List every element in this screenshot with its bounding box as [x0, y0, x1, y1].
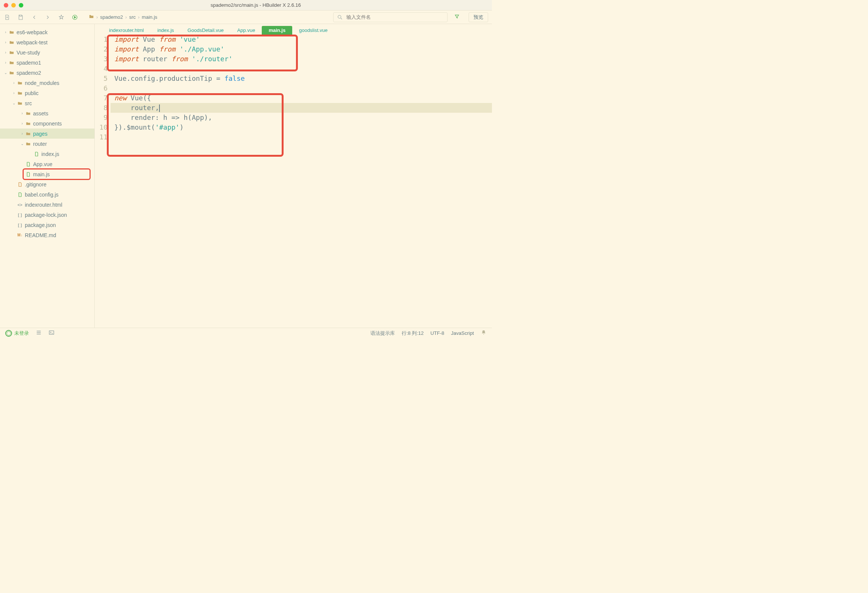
tree-folder[interactable]: ›Vue-study: [0, 47, 94, 57]
expand-arrow-icon[interactable]: ›: [3, 50, 8, 54]
breadcrumb-seg[interactable]: spademo2: [100, 14, 123, 20]
editor-tab[interactable]: index.js: [151, 26, 181, 35]
save-icon[interactable]: [17, 14, 24, 21]
expand-arrow-icon[interactable]: ›: [11, 81, 17, 85]
code-line[interactable]: [111, 83, 492, 93]
maximize-dot[interactable]: [19, 3, 23, 8]
tree-file[interactable]: [ ]package.json: [0, 220, 94, 230]
tree-folder[interactable]: ›es6-webpack: [0, 27, 94, 37]
tree-file[interactable]: [ ]package-lock.json: [0, 210, 94, 220]
tree-label: package-lock.json: [25, 212, 67, 218]
code-line[interactable]: }).$mount('#app'): [111, 123, 492, 132]
expand-arrow-icon[interactable]: ›: [3, 30, 8, 34]
editor-tab[interactable]: goodslist.vue: [292, 26, 334, 35]
tree-label: pages: [33, 131, 47, 137]
expand-arrow-icon[interactable]: ›: [3, 61, 8, 65]
expand-arrow-icon[interactable]: ⌄: [20, 142, 25, 146]
text-cursor: [159, 104, 160, 112]
file-search[interactable]: [333, 12, 448, 22]
expand-arrow-icon[interactable]: ›: [11, 91, 17, 95]
folder-icon: [25, 131, 32, 136]
tree-folder[interactable]: ›webpack-test: [0, 37, 94, 47]
folder-icon: [25, 111, 32, 116]
js-file-icon: [17, 192, 23, 197]
traffic-lights: [4, 3, 23, 8]
terminal-icon[interactable]: [49, 330, 55, 337]
tree-folder[interactable]: ›public: [0, 88, 94, 98]
folder-icon: [8, 60, 15, 65]
login-status[interactable]: ◯ 未登录: [5, 330, 29, 337]
editor-tab[interactable]: main.js: [262, 26, 292, 35]
tree-file[interactable]: App.vue: [0, 159, 94, 169]
hint-library[interactable]: 语法提示库: [370, 330, 395, 337]
editor-tab[interactable]: App.vue: [231, 26, 262, 35]
code-line[interactable]: [111, 132, 492, 142]
back-icon[interactable]: [31, 14, 38, 21]
star-icon[interactable]: [58, 14, 65, 21]
file-icon: [17, 182, 23, 187]
encoding[interactable]: UTF-8: [430, 330, 444, 336]
tree-folder[interactable]: ›assets: [0, 108, 94, 118]
minimize-dot[interactable]: [11, 3, 16, 8]
search-input[interactable]: [346, 14, 444, 20]
tree-file[interactable]: babel.config.js: [0, 189, 94, 200]
toolbar: › spademo2 › src › main.js 预览: [0, 11, 492, 24]
list-icon[interactable]: [36, 330, 42, 337]
breadcrumb-seg[interactable]: main.js: [142, 14, 157, 20]
tree-label: spademo2: [17, 70, 41, 76]
run-icon[interactable]: [71, 14, 78, 21]
code-line[interactable]: import App from './App.vue': [111, 44, 492, 54]
line-number: 8: [95, 103, 108, 113]
editor-tab[interactable]: GoodsDetail.vue: [181, 26, 231, 35]
tree-file[interactable]: <>indexrouter.html: [0, 200, 94, 210]
breadcrumb-seg[interactable]: src: [129, 14, 135, 20]
tree-label: public: [25, 90, 39, 96]
bell-icon[interactable]: [481, 330, 487, 337]
tree-folder[interactable]: ›node_modules: [0, 78, 94, 88]
tree-folder[interactable]: ⌄router: [0, 139, 94, 149]
code-line[interactable]: render: h => h(App),: [111, 113, 492, 123]
code-line[interactable]: import router from './router': [111, 54, 492, 64]
tree-label: es6-webpack: [17, 29, 48, 35]
folder-icon: [17, 91, 23, 96]
code-line[interactable]: router,: [111, 103, 492, 113]
expand-arrow-icon[interactable]: ›: [20, 132, 25, 136]
code-line[interactable]: [111, 64, 492, 74]
tree-file[interactable]: .gitignore: [0, 179, 94, 189]
editor-tab[interactable]: indexrouter.html: [102, 26, 151, 35]
code-area[interactable]: 1234567891011 import Vue from 'vue'impor…: [95, 35, 492, 328]
tree-file[interactable]: M↓README.md: [0, 230, 94, 240]
expand-arrow-icon[interactable]: ⌄: [11, 101, 17, 105]
tree-folder[interactable]: ›components: [0, 118, 94, 129]
expand-arrow-icon[interactable]: ›: [20, 121, 25, 126]
new-file-icon[interactable]: [4, 14, 11, 21]
tree-label: main.js: [33, 171, 50, 177]
expand-arrow-icon[interactable]: ›: [3, 40, 8, 44]
tree-file[interactable]: index.js: [0, 149, 94, 159]
preview-button[interactable]: 预览: [469, 12, 488, 22]
code-line[interactable]: new Vue({: [111, 93, 492, 103]
language-mode[interactable]: JavaScript: [451, 330, 474, 336]
tree-file[interactable]: main.js: [0, 169, 94, 179]
tree-folder[interactable]: ›spademo1: [0, 57, 94, 68]
line-number: 9: [95, 113, 108, 123]
close-dot[interactable]: [4, 3, 8, 8]
code-line[interactable]: import Vue from 'vue': [111, 35, 492, 44]
expand-arrow-icon[interactable]: ›: [20, 111, 25, 115]
file-tree[interactable]: ›es6-webpack›webpack-test›Vue-study›spad…: [0, 24, 95, 328]
tree-folder[interactable]: ⌄spademo2: [0, 68, 94, 78]
tree-label: Vue-study: [17, 50, 40, 56]
editor-pane: indexrouter.htmlindex.jsGoodsDetail.vueA…: [95, 24, 492, 328]
tree-folder[interactable]: ⌄src: [0, 98, 94, 108]
tree-label: node_modules: [25, 80, 59, 86]
filter-icon[interactable]: [454, 14, 460, 21]
vue-file-icon: [25, 162, 32, 167]
tree-label: src: [25, 100, 32, 106]
expand-arrow-icon[interactable]: ⌄: [3, 71, 8, 75]
code-line[interactable]: Vue.config.productionTip = false: [111, 74, 492, 83]
tree-folder[interactable]: ›pages: [0, 129, 94, 139]
tree-label: router: [33, 141, 47, 147]
line-number: 6: [95, 83, 108, 93]
line-number: 5: [95, 74, 108, 83]
forward-icon[interactable]: [44, 14, 51, 21]
